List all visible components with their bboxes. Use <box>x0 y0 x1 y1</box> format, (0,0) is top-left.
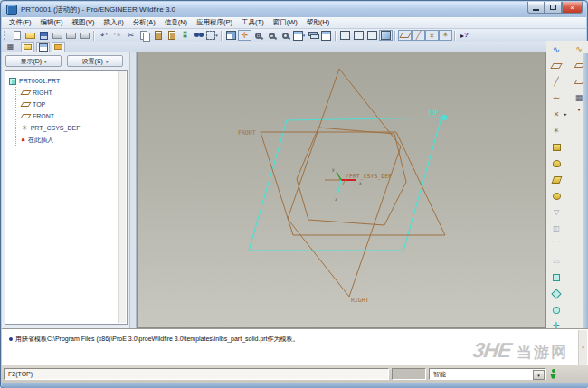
find-icon[interactable] <box>192 30 205 41</box>
paste-special-icon[interactable] <box>165 30 178 41</box>
merge-tool[interactable] <box>550 303 564 317</box>
datum-plane-top[interactable] <box>249 118 441 251</box>
favorites-icon[interactable] <box>52 42 65 52</box>
flyout-arrow-icon[interactable]: ▸ <box>564 111 567 117</box>
curve-tool[interactable]: ∼ <box>550 91 564 105</box>
tree-item-csys[interactable]: ✳ PRT_CSYS_DEF <box>22 122 127 134</box>
toolbar-drag-handle[interactable] <box>4 31 8 40</box>
rib-tool[interactable]: ◫ <box>550 222 564 235</box>
message-area: 用缺省模板C:\Program Files (x86)\ProE 3.0\pro… <box>2 328 588 365</box>
hole-tool[interactable] <box>550 189 564 203</box>
shell-tool[interactable]: ▽ <box>550 205 564 219</box>
svg-text:x: x <box>359 181 362 185</box>
zoom-out-icon[interactable]: − <box>265 30 279 41</box>
folder-browser-icon[interactable] <box>21 42 34 52</box>
show-dropdown-button[interactable]: 显示(D)▾ <box>5 55 62 67</box>
shaded-icon[interactable] <box>379 30 393 41</box>
print-icon[interactable] <box>51 30 64 41</box>
menu-view[interactable]: 视图(V) <box>68 18 100 27</box>
zoom-in-icon[interactable]: + <box>251 30 265 41</box>
datum-plane-icon <box>20 102 31 107</box>
copy-icon[interactable] <box>138 30 151 41</box>
sweep-tool[interactable] <box>550 173 564 186</box>
menu-edit[interactable]: 编辑(E) <box>36 18 68 27</box>
save-icon[interactable] <box>37 30 51 41</box>
select-items-combo[interactable]: ▾ <box>205 30 219 41</box>
cut-icon[interactable]: ✂ <box>124 30 138 41</box>
filter-person-icon <box>549 369 557 379</box>
mirror-tool[interactable] <box>550 270 564 284</box>
menu-help[interactable]: 帮助(H) <box>302 18 334 27</box>
new-file-icon[interactable] <box>10 30 24 41</box>
menu-applications[interactable]: 应用程序(P) <box>192 18 237 27</box>
canvas-scrollbar[interactable] <box>583 53 588 328</box>
datum-point-tool[interactable]: ✕▸ <box>550 108 564 121</box>
navigator-panel: 显示(D)▾ 设置(S)▾ PRT0001.PRT RIGHT TOP <box>2 52 130 328</box>
tree-item-front[interactable]: FRONT <box>22 110 127 122</box>
sketch-tool[interactable]: ∿ <box>550 43 564 56</box>
wireframe-icon[interactable] <box>338 30 352 41</box>
regenerate-icon[interactable]: ⁑ <box>178 30 192 41</box>
model-tree-icon[interactable]: ▦ <box>4 42 17 52</box>
layers-icon[interactable] <box>306 30 319 41</box>
tree-scrollbar[interactable] <box>118 71 126 323</box>
plotter-icon[interactable] <box>78 30 91 41</box>
paste-icon[interactable] <box>151 30 165 41</box>
menu-window[interactable]: 窗口(W) <box>269 18 302 27</box>
datum-axis-toggle[interactable]: ╱ <box>412 30 425 41</box>
datum-plane-tool[interactable] <box>550 59 564 72</box>
tree-item-top[interactable]: TOP <box>22 99 127 110</box>
aux-flyout-arrow-icon[interactable]: ▾ <box>578 108 581 112</box>
round-tool[interactable]: ⌒ <box>550 238 564 251</box>
extrude-tool[interactable] <box>550 140 564 154</box>
model-view: TOP FRONT RIGHT x y z PRT_CSYS_DEF <box>138 52 545 327</box>
feature-toolbar: ∿ ╱ ∼ ✕▸ ✳ ▽ ◫ ⌒ ⌓ ✛ <box>548 43 564 336</box>
view-manager-icon[interactable] <box>319 30 333 41</box>
menu-insert[interactable]: 插入(I) <box>100 18 128 27</box>
print-drawing-icon[interactable] <box>64 30 78 41</box>
toolbar-separator <box>221 31 223 41</box>
tree-item-insert-here[interactable]: ▸ 在此插入 <box>22 134 127 146</box>
selection-filter-combo[interactable]: 智能 ▾ <box>429 368 546 380</box>
csys-toggle[interactable]: ✳ <box>439 30 452 41</box>
datum-axis-tool[interactable]: ╱ <box>550 75 564 89</box>
settings-dropdown-button[interactable]: 设置(S)▾ <box>67 55 123 67</box>
top-label: TOP <box>428 109 439 117</box>
close-button[interactable]: × <box>562 2 583 14</box>
browser-window-icon[interactable] <box>36 42 50 52</box>
csys-tool[interactable]: ✳ <box>550 124 564 137</box>
minimize-button[interactable] <box>527 2 545 14</box>
context-help-icon[interactable]: ▸? <box>458 30 471 41</box>
spin-center-icon[interactable]: ✛ <box>238 30 251 41</box>
datum-point-toggle[interactable]: ✕ <box>425 30 439 41</box>
menu-file[interactable]: 文件(F) <box>5 18 36 27</box>
part-icon <box>9 78 16 85</box>
open-icon[interactable] <box>24 30 37 41</box>
trim-tool[interactable] <box>550 287 564 300</box>
tree-item-right[interactable]: RIGHT <box>22 87 127 99</box>
datum-plane-toggle[interactable] <box>398 30 412 41</box>
datum-plane-right[interactable] <box>288 69 401 297</box>
maximize-button[interactable] <box>545 2 562 14</box>
tree-item-part[interactable]: PRT0001.PRT <box>9 75 127 87</box>
combo-arrow-icon[interactable]: ▾ <box>533 370 545 380</box>
toolbar-separator <box>93 31 95 41</box>
menu-analysis[interactable]: 分析(A) <box>128 18 160 27</box>
hidden-line-icon[interactable] <box>352 30 365 41</box>
refit-icon[interactable] <box>279 30 292 41</box>
redo-icon[interactable]: ↷ <box>110 30 124 41</box>
no-hidden-icon[interactable] <box>365 30 379 41</box>
graphics-area[interactable]: TOP FRONT RIGHT x y z PRT_CSYS_DEF <box>137 52 546 328</box>
title-bar[interactable]: PRT0001 (活动的) - Pro/ENGINEER Wildfire 3.… <box>2 2 586 17</box>
menu-tools[interactable]: 工具(T) <box>237 18 269 27</box>
menu-info[interactable]: 信息(N) <box>160 18 192 27</box>
message-scrollbar[interactable]: ▾ <box>578 330 587 365</box>
panel-splitter[interactable] <box>130 52 137 328</box>
main-toolbar: ↶ ↷ ✂ ⁑ ▾ ✛ + − ▾ ╱ ✕ ✳ ▸? <box>2 29 586 42</box>
undo-icon[interactable]: ↶ <box>97 30 110 41</box>
revolve-tool[interactable] <box>550 156 564 170</box>
chamfer-tool[interactable]: ⌓ <box>550 254 564 268</box>
repaint-icon[interactable] <box>224 30 238 41</box>
saved-views-icon[interactable]: ▾ <box>292 30 306 41</box>
top-plane-handle[interactable] <box>441 115 447 120</box>
